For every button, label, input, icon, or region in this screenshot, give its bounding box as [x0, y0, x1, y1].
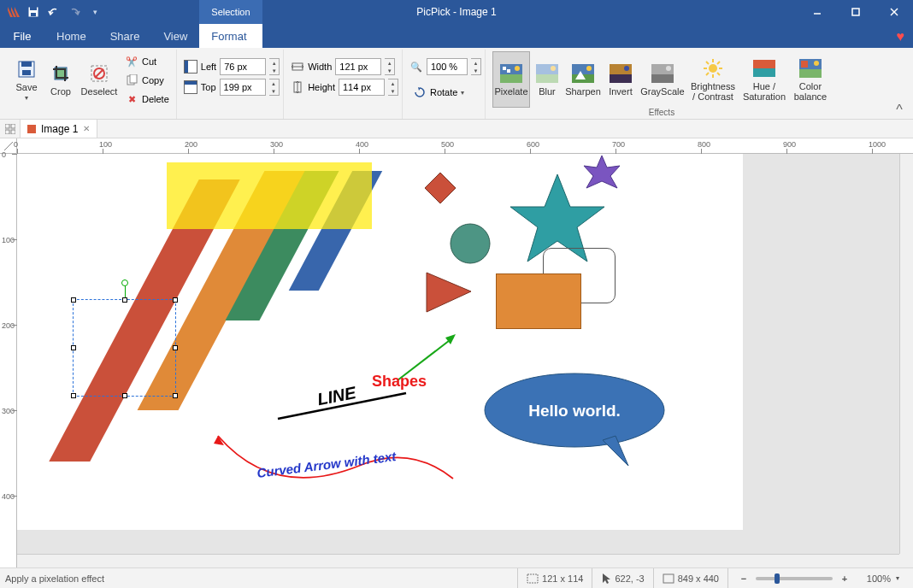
svg-rect-2 — [31, 13, 36, 16]
top-input[interactable] — [220, 79, 266, 96]
ribbon: Save ▾ Crop Deselect ✂️Cut Copy ✖Delete — [0, 48, 913, 120]
left-spinner[interactable]: ▲▼ — [269, 58, 280, 75]
width-input[interactable] — [335, 58, 381, 75]
zoom-slider[interactable] — [756, 577, 833, 580]
invert-button[interactable]: Invert — [604, 51, 638, 108]
qat-customize-button[interactable]: ▾ — [85, 3, 104, 21]
redo-button[interactable] — [65, 3, 84, 21]
height-spinner[interactable]: ▲▼ — [388, 79, 398, 96]
brightness-icon — [701, 56, 725, 80]
ribbon-group-view: 🔍 ▲▼ Rotate ▾ — [406, 50, 486, 119]
handle-se[interactable] — [173, 393, 178, 398]
svg-rect-53 — [11, 130, 15, 134]
height-input[interactable] — [339, 79, 385, 96]
work-area: 010020030040050060070080090010001100 010… — [0, 138, 913, 567]
deselect-icon — [87, 62, 111, 85]
zoom-out-button[interactable]: − — [737, 572, 751, 585]
tab-grid-button[interactable] — [0, 120, 21, 138]
copy-icon — [125, 74, 138, 87]
magnifier-icon: 🔍 — [409, 60, 423, 74]
svg-text:LINE: LINE — [315, 385, 358, 409]
top-icon — [184, 80, 197, 94]
ruler-horizontal[interactable]: 010020030040050060070080090010001100 — [17, 138, 913, 154]
top-spinner[interactable]: ▲▼ — [269, 79, 280, 96]
handle-nw[interactable] — [71, 297, 76, 303]
window-title: PicPick - Image 1 — [416, 6, 496, 18]
left-input[interactable] — [220, 58, 266, 75]
document-tab-label: Image 1 — [41, 123, 78, 135]
handle-e[interactable] — [173, 345, 178, 350]
sharpen-button[interactable]: Sharpen — [564, 51, 602, 108]
copy-button[interactable]: Copy — [121, 72, 173, 89]
left-icon — [184, 60, 197, 74]
blur-icon — [535, 62, 559, 85]
svg-rect-45 — [753, 68, 775, 77]
svg-rect-21 — [507, 69, 510, 73]
zoom-menu-button[interactable]: ▾ — [896, 574, 899, 582]
crop-button[interactable]: Crop — [44, 51, 77, 108]
canvas[interactable]: Hello world. LINE Shapes Curved Arrow wi… — [17, 154, 743, 530]
tab-format[interactable]: Format — [199, 24, 262, 48]
close-tab-button[interactable]: ✕ — [83, 124, 90, 133]
undo-button[interactable] — [44, 3, 63, 21]
tab-home[interactable]: Home — [44, 24, 98, 48]
blur-button[interactable]: Blur — [532, 51, 563, 108]
effects-group-label: Effects — [649, 108, 674, 117]
minimize-button[interactable] — [798, 0, 836, 24]
svg-point-35 — [709, 64, 717, 73]
file-menu-button[interactable]: File — [0, 24, 44, 48]
document-tab[interactable]: Image 1 ✕ — [21, 120, 97, 138]
svg-rect-52 — [5, 130, 9, 134]
heart-icon[interactable]: ♥ — [897, 29, 905, 44]
save-button[interactable]: Save ▾ — [10, 51, 43, 108]
handle-ne[interactable] — [173, 297, 178, 303]
svg-line-42 — [706, 73, 709, 75]
canvas-viewport[interactable]: Hello world. LINE Shapes Curved Arrow wi… — [17, 154, 913, 567]
ribbon-group-edit: Save ▾ Crop Deselect ✂️Cut Copy ✖Delete — [7, 50, 177, 119]
pixelate-button[interactable]: Pixelate — [492, 51, 530, 108]
zoom-input[interactable] — [427, 58, 468, 75]
ribbon-group-position: Left ▲▼ Top ▲▼ — [180, 50, 284, 119]
svg-point-22 — [515, 66, 520, 71]
save-qat-button[interactable] — [24, 3, 43, 21]
scroll-corner — [899, 554, 913, 567]
colorbalance-button[interactable]: Color balance — [790, 51, 831, 108]
app-icon[interactable] — [3, 3, 22, 21]
grayscale-button[interactable]: GrayScale — [639, 51, 686, 108]
svg-line-13 — [95, 69, 103, 78]
scrollbar-vertical[interactable] — [899, 154, 913, 554]
hue-button[interactable]: Hue / Saturation — [740, 51, 788, 108]
selection-rectangle[interactable] — [73, 299, 176, 397]
rotate-button[interactable]: Rotate ▾ — [409, 84, 481, 101]
ribbon-collapse-button[interactable]: ^ — [892, 104, 906, 116]
maximize-button[interactable] — [836, 0, 875, 24]
tab-share[interactable]: Share — [98, 24, 152, 48]
svg-rect-1 — [30, 7, 37, 10]
shape-triangle — [423, 269, 474, 316]
scissors-icon: ✂️ — [125, 55, 138, 68]
status-hint: Apply a pixelation effect — [5, 573, 104, 584]
handle-n[interactable] — [122, 297, 127, 303]
ruler-vertical[interactable]: 0100200300400500 — [0, 154, 17, 567]
shape-yellow-rect — [167, 162, 372, 229]
handle-w[interactable] — [71, 345, 76, 350]
shape-diamond — [423, 171, 457, 205]
canvas-size-icon — [663, 573, 674, 584]
zoom-spinner[interactable]: ▲▼ — [471, 58, 481, 75]
svg-rect-47 — [799, 69, 822, 78]
delete-button[interactable]: ✖Delete — [121, 91, 173, 108]
brightness-button[interactable]: Brightness / Contrast — [687, 51, 739, 108]
ribbon-group-size: Width ▲▼ Height ▲▼ — [287, 50, 403, 119]
width-spinner[interactable]: ▲▼ — [385, 58, 395, 75]
cut-button[interactable]: ✂️Cut — [121, 53, 173, 70]
pixelate-icon — [499, 62, 523, 85]
tab-view[interactable]: View — [151, 24, 199, 48]
handle-s[interactable] — [122, 393, 127, 398]
handle-sw[interactable] — [71, 393, 76, 398]
deselect-button[interactable]: Deselect — [79, 51, 120, 108]
svg-rect-30 — [610, 74, 632, 83]
close-button[interactable] — [875, 0, 913, 24]
zoom-in-button[interactable]: + — [838, 572, 851, 585]
menu-bar: File Home Share View Selection Format ♥ — [0, 24, 913, 48]
scrollbar-horizontal[interactable] — [17, 554, 899, 567]
